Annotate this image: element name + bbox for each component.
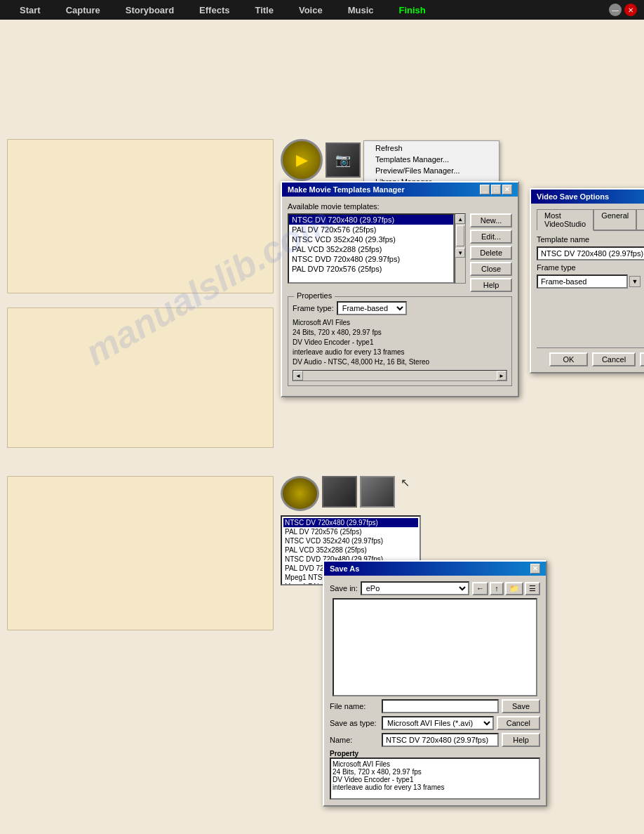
- view-btn[interactable]: ☰: [525, 582, 540, 595]
- template-name-label: Template name: [537, 235, 644, 244]
- property-box: Microsoft AVI Files 24 Bits, 720 x 480, …: [330, 757, 540, 800]
- make-movie-dialog: Make Movie Templates Manager _ □ ✕ Avail…: [281, 181, 519, 397]
- scroll-up-btn[interactable]: ▲: [455, 214, 465, 224]
- name-row: Name: Help: [330, 733, 540, 747]
- dialog-maximize-btn[interactable]: □: [491, 185, 501, 194]
- property-section-label: Property: [330, 750, 540, 757]
- ctx-preview-files[interactable]: Preview/Files Manager...: [364, 165, 499, 176]
- title-controls: _ □ ✕: [480, 185, 512, 194]
- save-as-title: Save As ✕: [324, 562, 546, 576]
- name-label: Name:: [330, 736, 379, 744]
- prop-line-3: DV Video Encoder - type1: [293, 338, 507, 348]
- nav-storyboard[interactable]: Storyboard: [113, 2, 187, 18]
- dialog-minimize-btn[interactable]: _: [480, 185, 490, 194]
- left-panel-middle: [7, 307, 274, 448]
- nav-voice[interactable]: Voice: [286, 2, 335, 18]
- templates-area: NTSC DV 720x480 (29.97fps) PAL DV 720x57…: [288, 213, 512, 292]
- cursor-icon: ↖: [401, 476, 410, 489]
- vso-ok-btn[interactable]: OK: [549, 352, 588, 366]
- properties-title: Properties: [294, 291, 335, 300]
- template-name-input[interactable]: [537, 246, 644, 260]
- edit-button[interactable]: Edit...: [470, 230, 512, 244]
- vso-help-btn[interactable]: Help: [640, 352, 644, 366]
- vso-title-text: Video Save Options: [537, 192, 609, 201]
- hscroll-right-btn[interactable]: ►: [497, 371, 507, 380]
- vso-tab-bar: Most VideoStudio General Advanced Compre…: [537, 209, 644, 231]
- lower-left-panel: [7, 476, 274, 630]
- nav-bar: Start Capture Storyboard Effects Title V…: [0, 0, 644, 20]
- close-button[interactable]: ✕: [624, 4, 637, 16]
- template-item-3[interactable]: PAL VCD 352x288 (25fps): [289, 244, 453, 254]
- main-content: manualslib.com ▶ 📷 Refresh Templates Man…: [0, 20, 644, 637]
- save-as-close-btn[interactable]: ✕: [530, 564, 540, 574]
- save-as-title-controls: ✕: [530, 564, 540, 574]
- vso-frame-type-label: Frame type: [537, 263, 644, 272]
- ctx-templates-manager[interactable]: Templates Manager...: [364, 154, 499, 165]
- template-item-5[interactable]: PAL DVD 720x576 (25fps): [289, 264, 453, 274]
- nav-title[interactable]: Title: [242, 2, 286, 18]
- tab-most-videostudio[interactable]: Most VideoStudio: [537, 209, 593, 231]
- new-button[interactable]: New...: [470, 213, 512, 227]
- nav-start[interactable]: Start: [7, 2, 53, 18]
- templates-listbox[interactable]: NTSC DV 720x480 (29.97fps) PAL DV 720x57…: [288, 213, 455, 284]
- hscroll-left-btn[interactable]: ◄: [293, 371, 303, 380]
- save-as-dialog: Save As ✕ Save in: ePo ← ↑: [323, 560, 547, 807]
- lower-template-3[interactable]: PAL VCD 352x288 (25fps): [283, 545, 418, 555]
- go-back-btn[interactable]: ←: [472, 582, 488, 595]
- go-up-btn[interactable]: ↑: [490, 582, 504, 595]
- template-item-0[interactable]: NTSC DV 720x480 (29.97fps): [289, 215, 453, 225]
- delete-button[interactable]: Delete: [470, 246, 512, 260]
- help-button[interactable]: Help: [502, 733, 540, 747]
- vso-buttons-row: OK Cancel Help: [537, 348, 644, 366]
- save-type-select[interactable]: Microsoft AVI Files (*.avi): [382, 716, 494, 730]
- ctx-refresh[interactable]: Refresh: [364, 143, 499, 154]
- make-movie-title-text: Make Movie Templates Manager: [288, 185, 405, 194]
- frame-type-select[interactable]: Frame-based: [337, 301, 407, 315]
- vso-frame-dropdown-arrow[interactable]: ▼: [629, 276, 640, 287]
- lower-template-1[interactable]: PAL DV 720x576 (25fps): [283, 527, 418, 536]
- nav-controls: — ✕: [609, 4, 637, 16]
- template-item-2[interactable]: NTSC VCD 352x240 (29.3fps): [289, 234, 453, 244]
- templates-list-container: NTSC DV 720x480 (29.97fps) PAL DV 720x57…: [288, 213, 466, 292]
- tab-advanced[interactable]: Advanced: [636, 209, 644, 230]
- nav-effects[interactable]: Effects: [187, 2, 242, 18]
- save-as-body: Save in: ePo ← ↑ 📁 ☰: [324, 576, 546, 805]
- close-button[interactable]: Close: [470, 262, 512, 276]
- scroll-down-btn[interactable]: ▼: [455, 248, 465, 258]
- save-button[interactable]: Save: [502, 699, 540, 713]
- save-in-label: Save in:: [330, 584, 358, 593]
- new-folder-btn[interactable]: 📁: [505, 582, 523, 595]
- minimize-button[interactable]: —: [609, 4, 622, 16]
- prop-line-2: 24 Bits, 720 x 480, 29.97 fps: [293, 328, 507, 338]
- prop-box-line-4: interleave audio for every 13 frames: [333, 783, 537, 791]
- name-input[interactable]: [382, 733, 499, 747]
- properties-section: Properties Frame type: Frame-based Micro…: [288, 296, 512, 386]
- help-button[interactable]: Help: [470, 278, 512, 292]
- prop-box-line-1: Microsoft AVI Files: [333, 760, 537, 768]
- tab-general[interactable]: General: [593, 209, 636, 230]
- nav-music[interactable]: Music: [335, 2, 387, 18]
- upper-section: ▶ 📷 Refresh Templates Manager... Preview…: [7, 139, 637, 293]
- vso-cancel-btn[interactable]: Cancel: [592, 352, 636, 366]
- camera-icon: 📷: [335, 152, 351, 168]
- h-scrollbar[interactable]: ◄ ►: [293, 370, 507, 381]
- listbox-row: NTSC DV 720x480 (29.97fps) PAL DV 720x57…: [288, 213, 466, 284]
- prop-line-5: DV Audio - NTSC, 48,000 Hz, 16 Bit, Ster…: [293, 357, 507, 367]
- frame-type-label: Frame type:: [293, 304, 334, 312]
- file-name-row: File name: Save: [330, 699, 540, 713]
- vso-frame-type-input[interactable]: [537, 274, 628, 289]
- listbox-scrollbar[interactable]: ▲ ▼: [455, 213, 466, 284]
- lower-template-2[interactable]: NTSC VCD 352x240 (29.97fps): [283, 536, 418, 545]
- nav-capture[interactable]: Capture: [53, 2, 113, 18]
- save-type-label: Save as type:: [330, 719, 379, 727]
- file-name-input[interactable]: [382, 699, 499, 713]
- scroll-thumb[interactable]: [456, 225, 464, 246]
- nav-finish[interactable]: Finish: [387, 2, 438, 18]
- lower-template-0[interactable]: NTSC DV 720x480 (29.97fps): [283, 518, 418, 527]
- template-item-4[interactable]: NTSC DVD 720x480 (29.97fps): [289, 254, 453, 264]
- template-item-1[interactable]: PAL DV 720x576 (25fps): [289, 225, 453, 234]
- dialog-close-btn[interactable]: ✕: [502, 185, 512, 194]
- save-in-select[interactable]: ePo: [361, 581, 469, 595]
- cancel-button[interactable]: Cancel: [497, 716, 540, 730]
- play-icon: ▶: [296, 151, 308, 169]
